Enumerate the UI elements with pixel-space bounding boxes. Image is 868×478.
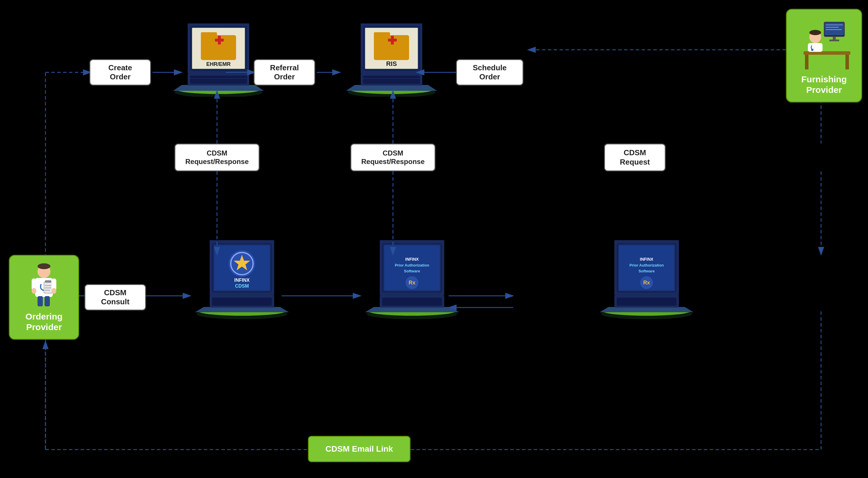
svg-marker-97 — [365, 307, 459, 312]
svg-rect-120 — [617, 298, 677, 306]
svg-rect-49 — [845, 55, 849, 69]
svg-text:INFINX: INFINX — [640, 257, 654, 262]
svg-rect-52 — [808, 43, 823, 52]
svg-rect-48 — [805, 55, 808, 69]
svg-rect-39 — [44, 296, 50, 306]
diagram-container: OrderingProvider — [0, 0, 868, 478]
svg-text:Rx: Rx — [643, 280, 650, 285]
svg-text:EHR/EMR: EHR/EMR — [206, 61, 230, 67]
svg-rect-30 — [45, 280, 51, 283]
svg-marker-110 — [600, 307, 693, 312]
ris-laptop: RIS — [346, 15, 437, 97]
cdsm-request-response-1-label: CDSMRequest/Response — [175, 143, 259, 171]
svg-text:Rx: Rx — [408, 280, 415, 285]
furnishing-provider-icon — [798, 16, 850, 72]
cdsm-email-link-label: CDSM Email Link — [308, 436, 410, 462]
svg-rect-64 — [218, 36, 221, 44]
ehr-emr-laptop: EHR/EMR — [173, 15, 264, 97]
svg-marker-56 — [173, 85, 264, 91]
svg-rect-41 — [825, 23, 844, 35]
svg-marker-70 — [346, 85, 437, 91]
infinx-cdsm-laptop: INFINX CDSM — [193, 231, 290, 319]
svg-text:RIS: RIS — [386, 60, 397, 67]
ordering-provider-label: OrderingProvider — [26, 311, 63, 333]
create-order-label: CreateOrder — [89, 59, 151, 86]
svg-text:INFINX: INFINX — [405, 257, 419, 262]
cdsm-request-label: CDSMRequest — [604, 143, 666, 171]
svg-rect-66 — [190, 75, 247, 84]
svg-rect-76 — [374, 32, 390, 37]
infinx-prior-auth-1-laptop: INFINX Prior Authorization Software Rx — [364, 231, 460, 319]
svg-text:Prior Authorization: Prior Authorization — [629, 263, 663, 267]
svg-point-53 — [811, 48, 813, 51]
svg-text:Prior Authorization: Prior Authorization — [395, 263, 429, 267]
schedule-order-label: ScheduleOrder — [456, 59, 523, 86]
svg-rect-107 — [382, 298, 442, 306]
referral-order-label: ReferralOrder — [254, 59, 315, 86]
cdsm-request-response-2-label: CDSMRequest/Response — [350, 143, 435, 171]
svg-marker-84 — [195, 307, 289, 312]
svg-text:CDSM: CDSM — [235, 283, 249, 288]
svg-point-36 — [32, 288, 36, 294]
svg-text:INFINX: INFINX — [234, 278, 250, 283]
svg-point-37 — [52, 288, 56, 294]
doctor-icon — [26, 262, 62, 309]
svg-rect-38 — [37, 296, 43, 306]
svg-rect-78 — [391, 36, 394, 44]
svg-text:Software: Software — [404, 269, 420, 273]
infinx-prior-auth-2-laptop: INFINX Prior Authorization Software Rx — [598, 231, 695, 319]
svg-point-26 — [37, 263, 51, 269]
cdsm-consult-label: CDSMConsult — [85, 284, 146, 310]
furnishing-provider-label: FurnishingProvider — [801, 74, 847, 95]
ordering-provider-actor: OrderingProvider — [9, 255, 79, 340]
furnishing-provider-actor: FurnishingProvider — [786, 9, 862, 103]
svg-rect-94 — [212, 298, 272, 306]
svg-rect-46 — [829, 39, 839, 41]
svg-point-51 — [809, 30, 821, 35]
svg-text:Software: Software — [639, 269, 655, 273]
svg-rect-80 — [363, 75, 420, 84]
svg-rect-62 — [201, 32, 217, 37]
